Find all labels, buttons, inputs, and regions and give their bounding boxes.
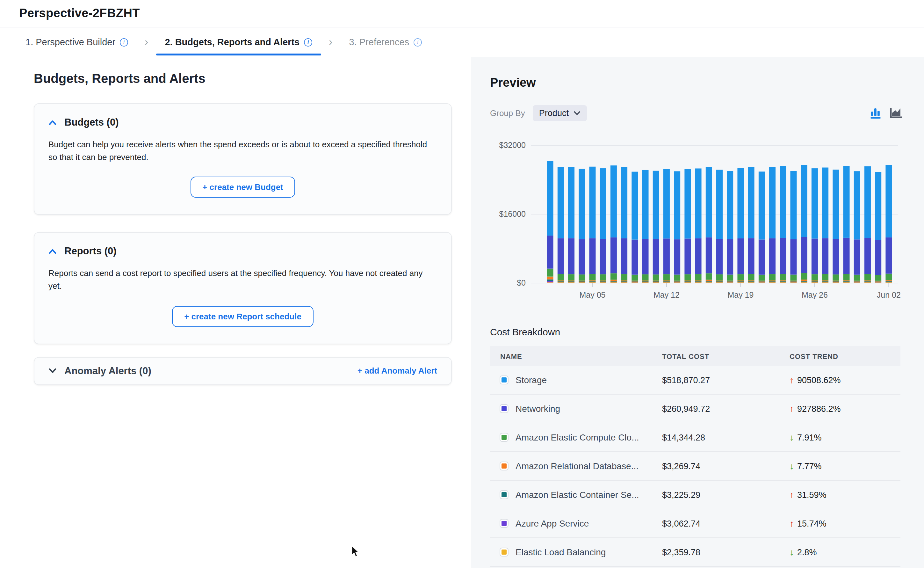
bar-segment[interactable] [663,282,670,283]
bar-segment[interactable] [610,237,617,273]
bar-segment[interactable] [737,281,744,281]
bar-segment[interactable] [706,167,712,237]
bar-segment[interactable] [790,281,797,282]
bar-segment[interactable] [759,281,765,282]
bar-segment[interactable] [621,281,627,281]
bar-segment[interactable] [801,273,807,280]
bar-segment[interactable] [716,170,723,239]
bar-segment[interactable] [695,282,702,282]
bar-segment[interactable] [695,281,702,281]
bar-segment[interactable] [568,282,574,283]
bar-segment[interactable] [832,169,839,239]
bar-segment[interactable] [759,282,765,282]
bar-segment[interactable] [600,239,606,274]
bar-segment[interactable] [737,274,744,281]
bar-segment[interactable] [600,282,606,282]
bar-segment[interactable] [780,274,786,280]
bar-segment[interactable] [653,239,659,275]
table-row[interactable]: Amazon Elastic Container Se...$3,225.29↑… [490,481,900,509]
bar-segment[interactable] [674,171,680,239]
bar-segment[interactable] [663,239,670,274]
bar-segment[interactable] [769,282,776,282]
bar-segment[interactable] [811,274,818,281]
bar-segment[interactable] [706,273,712,280]
bar-segment[interactable] [769,282,776,283]
bar-segment[interactable] [790,282,797,282]
bar-segment[interactable] [621,281,627,282]
bar-segment[interactable] [780,238,786,274]
bar-segment[interactable] [589,281,595,281]
bar-segment[interactable] [885,237,892,274]
bar-segment[interactable] [621,282,627,283]
bar-segment[interactable] [748,282,755,282]
bar-segment[interactable] [790,275,797,281]
bar-segment[interactable] [780,282,786,283]
bar-segment[interactable] [811,281,818,281]
bar-segment[interactable] [579,275,585,281]
bar-segment[interactable] [843,238,850,274]
bar-segment[interactable] [864,281,871,281]
bar-segment[interactable] [790,171,797,239]
table-row[interactable]: Amazon Relational Database...$3,269.74↓7… [490,452,900,481]
bar-segment[interactable] [854,281,860,282]
bar-segment[interactable] [737,168,744,239]
bar-segment[interactable] [558,281,564,281]
bar-segment[interactable] [653,281,659,282]
bar-segment[interactable] [579,239,585,275]
bar-segment[interactable] [642,282,649,283]
bar-segment[interactable] [716,282,723,282]
groupby-dropdown[interactable]: Product [533,105,587,121]
bar-segment[interactable] [748,281,755,281]
bar-segment[interactable] [759,171,765,239]
bar-segment[interactable] [875,172,881,240]
bar-segment[interactable] [790,239,797,275]
bar-segment[interactable] [600,168,606,239]
bar-segment[interactable] [547,236,553,269]
bar-segment[interactable] [632,281,638,282]
bar-segment[interactable] [558,282,564,282]
bar-segment[interactable] [737,282,744,283]
bar-segment[interactable] [875,275,881,281]
bar-segment[interactable] [885,282,892,282]
bar-segment[interactable] [547,281,553,282]
bar-segment[interactable] [547,161,553,236]
bar-segment[interactable] [864,282,871,282]
bar-segment[interactable] [600,281,606,281]
tab-preferences[interactable]: 3. Preferences i [349,37,422,47]
bar-segment[interactable] [610,273,617,279]
bar-segment[interactable] [610,282,617,283]
bar-segment[interactable] [632,282,638,283]
bar-segment[interactable] [674,281,680,282]
table-row[interactable]: Elastic Load Balancing$2,359.78↓2.8% [490,538,900,567]
bar-segment[interactable] [822,282,828,283]
bar-segment[interactable] [568,281,574,281]
bar-segment[interactable] [843,166,850,238]
bar-segment[interactable] [843,282,850,283]
bar-segment[interactable] [621,167,627,238]
bar-segment[interactable] [558,281,564,282]
bar-segment[interactable] [589,167,595,239]
bar-segment[interactable] [653,282,659,283]
bar-segment[interactable] [684,281,691,282]
bar-segment[interactable] [589,282,595,283]
bar-segment[interactable] [875,240,881,275]
bar-segment[interactable] [822,281,828,281]
bar-segment[interactable] [653,281,659,281]
bar-segment[interactable] [832,239,839,275]
bar-segment[interactable] [674,282,680,282]
bar-segment[interactable] [854,239,860,275]
bar-segment[interactable] [558,167,564,238]
bar-segment[interactable] [579,282,585,283]
create-report-schedule-button[interactable]: + create new Report schedule [172,306,314,327]
bar-segment[interactable] [568,167,574,239]
bar-segment[interactable] [875,282,881,282]
bar-segment[interactable] [663,169,670,239]
bar-segment[interactable] [801,279,807,281]
bar-segment[interactable] [822,282,828,282]
bar-segment[interactable] [780,166,786,238]
bar-segment[interactable] [737,282,744,282]
bar-segment[interactable] [801,282,807,282]
bar-segment[interactable] [832,281,839,282]
bar-segment[interactable] [547,282,553,283]
bar-segment[interactable] [864,274,871,281]
